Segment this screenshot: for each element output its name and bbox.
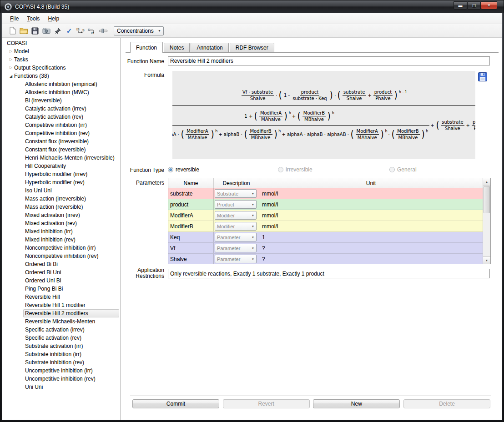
tree-item-function[interactable]: Ordered Uni Bi	[23, 276, 119, 285]
scroll-up-icon[interactable]: ▲	[483, 178, 490, 186]
description-select[interactable]: Product▼	[215, 200, 257, 209]
table-row[interactable]: Vf Parameter▼ ?	[168, 243, 490, 254]
pin-icon[interactable]	[52, 26, 63, 36]
formula-term: substrate	[343, 90, 366, 95]
tree-item-function[interactable]: Mass action (reversible)	[23, 203, 119, 211]
minimize-button[interactable]: ▬	[454, 1, 467, 10]
table-row[interactable]: Keq Parameter▼ 1	[168, 232, 490, 243]
close-button[interactable]: ✕	[481, 1, 497, 10]
tree-item-model[interactable]: ▷Model	[2, 47, 120, 55]
tree-item-function-selected[interactable]: Reversible Hill 2 modifiers	[23, 309, 119, 317]
description-select[interactable]: Parameter▼	[215, 255, 257, 263]
tree-item-function[interactable]: Catalytic activation (irrev)	[23, 105, 119, 113]
tree-item-function[interactable]: Mixed activation (irrev)	[23, 211, 119, 219]
new-button[interactable]: New	[313, 399, 400, 408]
tree-item-function[interactable]: Allosteric inhibition (MWC)	[23, 88, 119, 96]
tree-item-function[interactable]: Uni Uni	[23, 383, 119, 391]
tree-item-function[interactable]: Bi (irreversible)	[23, 96, 119, 105]
menu-file[interactable]: File	[6, 14, 23, 23]
expand-collapse-icon[interactable]: ▷	[8, 64, 14, 72]
table-row[interactable]: ModifierA Modifier▼ mmol/l	[168, 210, 490, 221]
description-select[interactable]: Modifier▼	[215, 222, 257, 231]
tree-item-function[interactable]: Substrate inhibition (rev)	[23, 358, 119, 367]
tree-item-function[interactable]: Competitive inhibition (irr)	[23, 121, 119, 129]
tree-item-function[interactable]: Mixed inhibition (irr)	[23, 227, 119, 236]
table-scrollbar[interactable]: ▲ ▼	[483, 178, 490, 264]
tree-item-function[interactable]: Ping Pong Bi Bi	[23, 285, 119, 293]
commit-button[interactable]: Commit	[132, 399, 219, 408]
radio-reversible[interactable]: reversible	[168, 166, 199, 173]
application-restrictions-input[interactable]	[168, 269, 490, 278]
new-file-icon[interactable]	[7, 26, 18, 36]
tree-item-function[interactable]: Noncompetitive inhibition (rev)	[23, 252, 119, 260]
formula-paren: (	[392, 130, 395, 139]
tree-item-function[interactable]: Reversible Michaelis-Menten	[23, 317, 119, 326]
tree-item-function[interactable]: Ordered Bi Uni	[23, 268, 119, 276]
tree-item-function[interactable]: Mixed inhibition (rev)	[23, 236, 119, 244]
tree-item-function[interactable]: Mixed activation (rev)	[23, 219, 119, 227]
formula-term: ModifierA	[259, 111, 282, 116]
tree-item-function[interactable]: Ordered Bi Bi	[23, 260, 119, 268]
tree-item-copasi-root[interactable]: COPASI	[2, 39, 120, 47]
tab-notes[interactable]: Notes	[164, 43, 190, 52]
formula-paren: (	[297, 111, 301, 121]
units-mode-select[interactable]: Concentrations ▼	[114, 26, 164, 35]
tree-item-output-specifications[interactable]: ▷Output Specifications	[2, 64, 120, 72]
is-to-s-icon[interactable]: ISS	[75, 26, 86, 36]
tree-item-function[interactable]: Hill Cooperativity	[23, 162, 119, 170]
tree-item-functions[interactable]: ◢Functions (38)	[2, 72, 120, 80]
tree-item-function[interactable]: Mass action (irreversible)	[23, 195, 119, 203]
expand-collapse-icon[interactable]: ▷	[8, 55, 14, 64]
expand-collapse-icon[interactable]: ▷	[8, 47, 14, 55]
chevron-down-icon: ▼	[252, 247, 254, 250]
column-header-name[interactable]: Name	[168, 178, 214, 188]
tab-function[interactable]: Function	[130, 42, 163, 53]
tree-item-function[interactable]: Substrate activation (irr)	[23, 342, 119, 350]
scrollbar-thumb[interactable]	[484, 186, 490, 213]
function-name-input[interactable]	[168, 56, 490, 65]
tab-annotation[interactable]: Annotation	[191, 43, 228, 52]
check-icon[interactable]: ✓	[64, 26, 75, 36]
tree-item-function[interactable]: Constant flux (reversible)	[23, 146, 119, 154]
tree-item-function[interactable]: Specific activation (rev)	[23, 334, 119, 342]
tree-item-function[interactable]: Noncompetitive inhibition (irr)	[23, 244, 119, 252]
tree-item-function[interactable]: Constant flux (irreversible)	[23, 137, 119, 146]
tree-item-function[interactable]: Competitive inhibition (rev)	[23, 129, 119, 137]
tree-item-function[interactable]: Reversible Hill	[23, 293, 119, 301]
tree-item-function[interactable]: Hyperbolic modifier (irrev)	[23, 170, 119, 178]
tree-item-function[interactable]: Allosteric inhibition (empirical)	[23, 80, 119, 88]
tree-item-function[interactable]: Reversible Hill 1 modifier	[23, 301, 119, 309]
capture-icon[interactable]	[41, 26, 52, 36]
table-row[interactable]: substrate Substrate▼ mmol/l	[168, 188, 490, 199]
slider-icon[interactable]	[98, 26, 109, 36]
tree-item-function[interactable]: Iso Uni Uni	[23, 186, 119, 195]
tree-item-tasks[interactable]: ▷Tasks	[2, 55, 120, 64]
tree-item-function[interactable]: Uncompetitive inhibition (irr)	[23, 367, 119, 375]
open-file-icon[interactable]	[18, 26, 29, 36]
save-formula-icon[interactable]	[478, 72, 487, 81]
description-select[interactable]: Parameter▼	[215, 233, 257, 241]
column-header-description[interactable]: Description	[214, 178, 259, 188]
scroll-down-icon[interactable]: ▼	[483, 256, 490, 264]
table-row[interactable]: ModifierB Modifier▼ mmol/l	[168, 221, 490, 232]
description-select[interactable]: Substrate▼	[215, 189, 257, 198]
menu-tools[interactable]: Tools	[23, 14, 44, 23]
table-row[interactable]: product Product▼ mmol/l	[168, 199, 490, 210]
tree-item-function[interactable]: Henri-Michaelis-Menten (irreversible)	[23, 154, 119, 162]
tree-item-function[interactable]: Catalytic activation (rev)	[23, 113, 119, 121]
tree-item-function[interactable]: Substrate inhibition (irr)	[23, 350, 119, 358]
s-to-is-icon[interactable]: SIS	[86, 26, 97, 36]
tree-item-function[interactable]: Specific activation (irrev)	[23, 326, 119, 334]
table-row[interactable]: Shalve Parameter▼ ?	[168, 254, 490, 264]
maximize-button[interactable]: ▢	[467, 1, 481, 10]
menu-help[interactable]: Help	[44, 14, 63, 23]
expand-collapse-icon[interactable]: ◢	[8, 72, 14, 80]
tree-item-function[interactable]: Hyperbolic modifier (rev)	[23, 178, 119, 186]
column-header-unit[interactable]: Unit	[259, 178, 483, 188]
formula-term: MBhalve	[303, 116, 325, 122]
save-icon[interactable]	[30, 26, 40, 36]
description-select[interactable]: Parameter▼	[215, 244, 257, 252]
description-select[interactable]: Modifier▼	[215, 211, 257, 220]
tree-item-function[interactable]: Uncompetitive inhibition (rev)	[23, 375, 119, 383]
tab-rdf-browser[interactable]: RDF Browser	[230, 43, 274, 52]
